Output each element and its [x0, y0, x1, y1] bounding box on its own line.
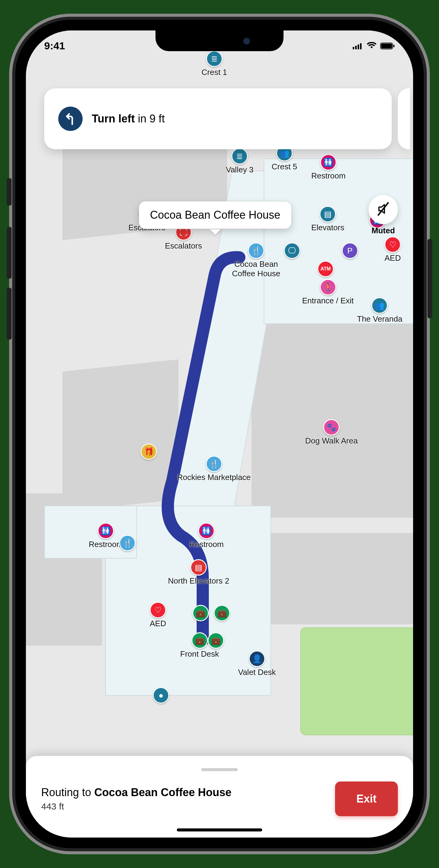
- instruction-text: Turn left in 9 ft: [92, 113, 165, 125]
- home-indicator[interactable]: [177, 828, 262, 832]
- poi-icon: ≣: [231, 148, 248, 164]
- instruction-distance: in 9 ft: [138, 113, 165, 125]
- exit-button[interactable]: Exit: [335, 781, 398, 816]
- drag-handle[interactable]: [201, 768, 238, 771]
- notch: [155, 30, 284, 51]
- indoor-map[interactable]: ≣Crest 1≣Valley 3👥Crest 5🚻Restroom⛶Escal…: [26, 30, 413, 838]
- phone-vol-down: [7, 288, 11, 340]
- routing-destination: Cocoa Bean Coffee House: [94, 786, 231, 799]
- mute-label: Muted: [372, 226, 395, 236]
- phone-switch: [7, 178, 11, 206]
- svg-rect-0: [353, 47, 354, 49]
- wifi-icon: [367, 40, 377, 52]
- screen: 9:41: [26, 30, 413, 838]
- turn-instruction-card[interactable]: Turn left in 9 ft: [44, 88, 392, 149]
- cellular-icon: [353, 40, 363, 52]
- poi-label: Escalators: [165, 241, 202, 251]
- speaker-muted-icon: [376, 202, 390, 217]
- turn-left-icon: [58, 106, 83, 131]
- next-card-peek[interactable]: [398, 88, 410, 149]
- callout-title: Cocoa Bean Coffee House: [150, 209, 281, 221]
- instruction-action: Turn left: [92, 113, 135, 125]
- svg-rect-3: [360, 43, 361, 49]
- svg-rect-5: [381, 43, 392, 49]
- status-time: 9:41: [44, 40, 65, 52]
- poi-label: Crest 1: [202, 68, 227, 77]
- battery-icon: [380, 40, 395, 52]
- mute-button[interactable]: [369, 195, 398, 224]
- route-panel[interactable]: Routing to Cocoa Bean Coffee House 443 f…: [26, 756, 413, 838]
- phone-frame: 9:41: [15, 20, 424, 848]
- mute-control: Muted: [369, 195, 398, 236]
- routing-distance: 443 ft: [41, 801, 231, 812]
- phone-vol-up: [7, 227, 11, 279]
- svg-rect-2: [358, 44, 359, 49]
- phone-power: [428, 239, 432, 318]
- destination-callout[interactable]: Cocoa Bean Coffee House: [139, 201, 292, 229]
- routing-prefix: Routing to: [41, 786, 94, 799]
- routing-text: Routing to Cocoa Bean Coffee House: [41, 786, 231, 799]
- svg-rect-6: [393, 45, 394, 47]
- exit-label: Exit: [356, 793, 377, 805]
- svg-rect-1: [355, 46, 357, 49]
